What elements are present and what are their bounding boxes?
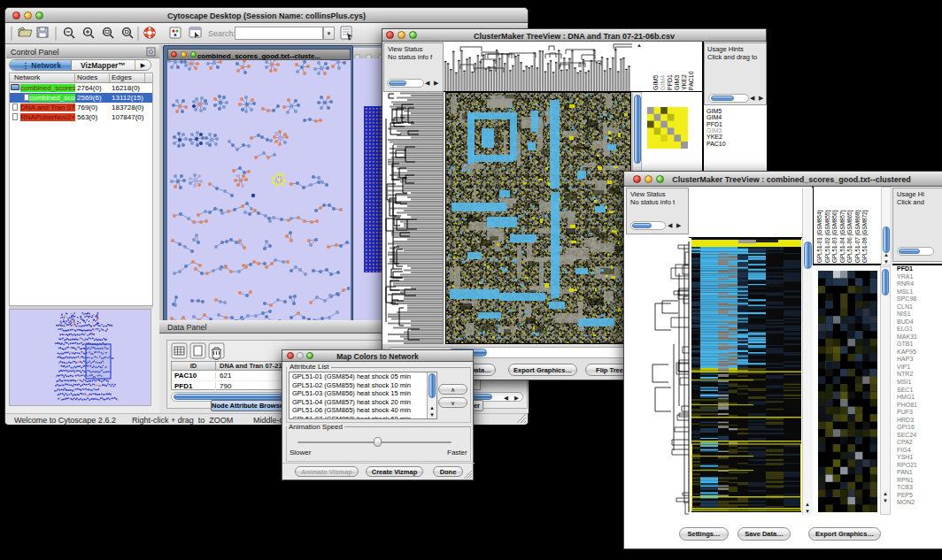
svg-text:GIM4: GIM4 <box>660 75 666 90</box>
svg-text:GIM5: GIM5 <box>652 75 659 90</box>
svg-text:YKE2: YKE2 <box>681 74 687 90</box>
svg-text:GPL51-03 (GSM856): GPL51-03 (GSM856) <box>831 211 838 264</box>
svg-text:GPL51-04 (GSM857): GPL51-04 (GSM857) <box>839 211 846 264</box>
svg-text:PAC10: PAC10 <box>688 71 694 90</box>
svg-text:GPL51-08 (GSM872): GPL51-08 (GSM872) <box>861 211 869 264</box>
svg-text:GPL51-02 (GSM855): GPL51-02 (GSM855) <box>824 211 831 264</box>
svg-text:GPL51-07 (GSM868): GPL51-07 (GSM868) <box>854 211 861 264</box>
svg-text:GIM3: GIM3 <box>674 75 680 90</box>
svg-text:GPL51-01 (GSM854): GPL51-01 (GSM854) <box>816 211 823 264</box>
svg-text:GPL51-06 (GSM865): GPL51-06 (GSM865) <box>846 211 853 264</box>
svg-text:PFD1: PFD1 <box>667 74 673 90</box>
